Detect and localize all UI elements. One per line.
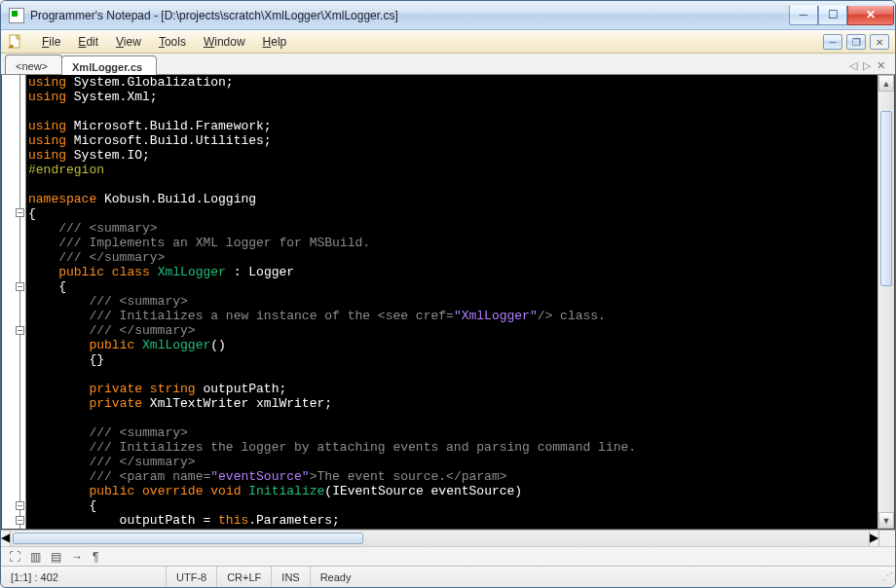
fold-knob-icon[interactable] (16, 208, 24, 217)
status-eol: CR+LF (217, 567, 272, 587)
app-window: Programmer's Notepad - [D:\projects\scra… (0, 0, 896, 588)
window-buttons: ─ ☐ ✕ (789, 6, 894, 25)
tab-new[interactable]: <new> (5, 55, 62, 74)
code-area[interactable]: using System.Globalization; using System… (26, 75, 877, 529)
statusbar: [1:1] : 402 UTF-8 CR+LF INS Ready ⋰ (1, 566, 895, 587)
fold-knob-icon[interactable] (16, 326, 24, 335)
menu-edit[interactable]: Edit (70, 33, 106, 51)
tab-strip: <new> XmlLogger.cs ◁ ▷ ✕ (1, 54, 895, 75)
paragraph-icon[interactable]: ¶ (93, 550, 98, 564)
menu-view[interactable]: View (108, 33, 149, 51)
tab-scroll-right-icon[interactable]: ▷ (863, 59, 871, 72)
arrow-icon[interactable]: → (71, 550, 83, 564)
titlebar[interactable]: Programmer's Notepad - [D:\projects\scra… (1, 1, 895, 30)
menu-file[interactable]: File (34, 33, 68, 51)
scroll-thumb[interactable] (880, 111, 892, 286)
size-grip-icon[interactable] (878, 531, 895, 547)
mdi-minimize-button[interactable]: ─ (823, 34, 842, 50)
tab-xmllogger[interactable]: XmlLogger.cs (61, 55, 157, 75)
fullscreen-icon[interactable]: ⛶ (9, 550, 20, 564)
status-message: Ready (311, 567, 877, 587)
status-position: [1:1] : 402 (1, 567, 167, 587)
horizontal-scrollbar[interactable]: ◀ ▶ (1, 530, 895, 546)
editor[interactable]: using System.Globalization; using System… (1, 75, 895, 530)
scroll-down-icon[interactable]: ▼ (878, 512, 894, 529)
scroll-left-icon[interactable]: ◀ (1, 531, 10, 546)
tab-close-icon[interactable]: ✕ (877, 59, 885, 72)
minimize-button[interactable]: ─ (789, 6, 818, 25)
vertical-scrollbar[interactable]: ▲ ▼ (877, 75, 894, 529)
window-title: Programmer's Notepad - [D:\projects\scra… (30, 9, 398, 22)
status-encoding: UTF-8 (167, 567, 217, 587)
tab-scroll-left-icon[interactable]: ◁ (849, 59, 857, 72)
split-horizontal-icon[interactable]: ▥ (30, 550, 41, 564)
fold-knob-icon[interactable] (16, 516, 24, 525)
close-button[interactable]: ✕ (847, 6, 894, 25)
split-vertical-icon[interactable]: ▤ (51, 550, 61, 564)
resize-grip-icon[interactable]: ⋰ (877, 570, 895, 583)
scroll-up-icon[interactable]: ▲ (878, 75, 894, 92)
fold-knob-icon[interactable] (16, 282, 24, 291)
fold-gutter[interactable] (2, 75, 26, 529)
mdi-close-button[interactable]: ✕ (870, 34, 889, 50)
maximize-button[interactable]: ☐ (818, 6, 847, 25)
app-icon (9, 8, 24, 23)
menu-help[interactable]: Help (255, 33, 295, 51)
menu-tools[interactable]: Tools (151, 33, 194, 51)
menubar: File Edit View Tools Window Help ─ ❐ ✕ (1, 30, 895, 54)
menu-window[interactable]: Window (196, 33, 253, 51)
status-insert-mode: INS (272, 567, 310, 587)
view-toolbar: ⛶ ▥ ▤ → ¶ (1, 546, 895, 566)
scroll-thumb[interactable] (13, 533, 363, 544)
scroll-right-icon[interactable]: ▶ (870, 531, 878, 546)
mdi-restore-button[interactable]: ❐ (846, 34, 866, 50)
new-file-icon[interactable] (7, 33, 24, 51)
fold-knob-icon[interactable] (16, 501, 24, 510)
